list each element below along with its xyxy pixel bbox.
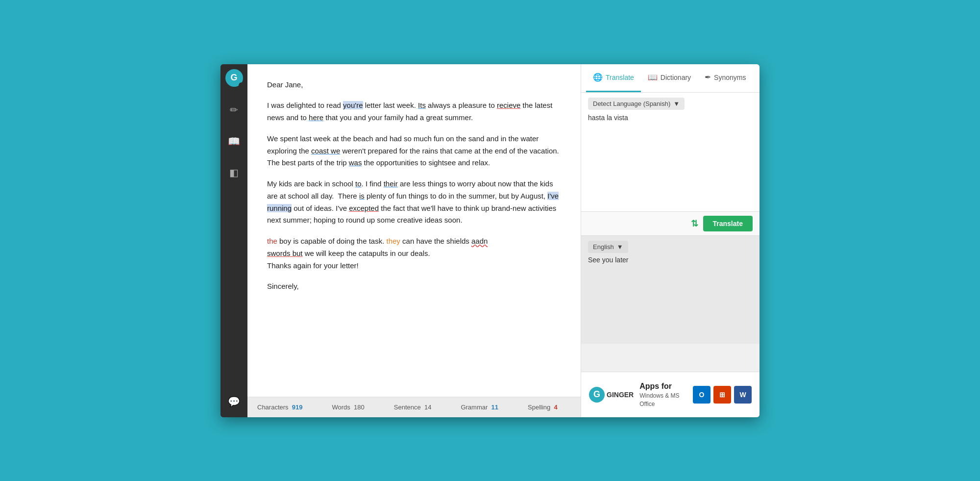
paragraph-1: Dear Jane,: [267, 79, 561, 91]
word-aadn[interactable]: aadn: [471, 237, 488, 245]
word-swords-but[interactable]: swords but: [267, 249, 303, 257]
text-dear-jane: Dear Jane,: [267, 80, 303, 89]
grammar-stat: Grammar 11: [461, 404, 498, 411]
promo-text: Apps for Windows & MS Office: [639, 381, 687, 408]
word-the-red[interactable]: the: [267, 237, 277, 245]
tab-synonyms[interactable]: ✒ Synonyms: [698, 64, 753, 92]
word-was[interactable]: was: [349, 158, 362, 167]
word-they[interactable]: they: [387, 237, 400, 245]
paragraph-3: We spent last week at the beach and had …: [267, 133, 561, 169]
spelling-stat: Spelling 4: [528, 404, 558, 411]
chevron-down-icon: ▼: [673, 100, 680, 107]
sidebar: Ginger Software G ✏ 📖 ◧ 💬: [220, 64, 247, 417]
translate-button[interactable]: Translate: [703, 216, 753, 231]
pen-icon: ✒: [705, 73, 711, 82]
word-to[interactable]: to: [355, 179, 362, 188]
output-language-dropdown[interactable]: English ▼: [588, 241, 628, 253]
word-its[interactable]: Its: [418, 101, 426, 109]
word-recieve[interactable]: recieve: [497, 101, 520, 109]
word-their[interactable]: their: [384, 179, 398, 188]
word-here[interactable]: here: [309, 113, 323, 122]
text-sincerely: Sincerely,: [267, 282, 299, 290]
paragraph-6: Sincerely,: [267, 280, 561, 293]
translate-actions: ⇅ Translate: [581, 212, 760, 236]
editor-content[interactable]: Dear Jane, I was delighted to read you'r…: [247, 64, 581, 397]
tab-translate[interactable]: 🌐 Translate: [586, 64, 641, 92]
tab-dictionary[interactable]: 📖 Dictionary: [641, 64, 698, 92]
word-coast-we[interactable]: coast we: [311, 147, 340, 155]
promo-banner: G GINGER Apps for Windows & MS Office O …: [581, 372, 760, 417]
paragraph-4: My kids are back in school to. I find th…: [267, 178, 561, 227]
ginger-logo: G GINGER: [589, 387, 634, 403]
words-stat: Words 180: [332, 404, 365, 411]
characters-stat: Characters 919: [257, 404, 303, 411]
detect-language-dropdown[interactable]: Detect Language (Spanish) ▼: [588, 98, 685, 110]
feedback-icon[interactable]: 💬: [225, 393, 243, 410]
word-ive-running[interactable]: I've running: [267, 192, 559, 212]
tab-bar: 🌐 Translate 📖 Dictionary ✒ Synonyms: [581, 64, 760, 93]
right-panel: 🌐 Translate 📖 Dictionary ✒ Synonyms Dete…: [581, 64, 760, 417]
translate-output-textarea[interactable]: See you later: [581, 256, 760, 342]
outlook-icon[interactable]: O: [693, 386, 710, 404]
app-icons: O ⊞ W: [693, 386, 752, 404]
dictionary-icon[interactable]: 📖: [225, 133, 243, 150]
word-icon[interactable]: W: [734, 386, 752, 404]
chevron-down-icon-output: ▼: [617, 243, 623, 251]
paragraph-2: I was delighted to read you're letter la…: [267, 100, 561, 124]
status-bar: Characters 919 Words 180 Sentence 14 Gra…: [247, 397, 581, 417]
word-is[interactable]: is: [359, 192, 365, 200]
translate-output-area: English ▼ See you later: [581, 236, 760, 344]
editor-section: Dear Jane, I was delighted to read you'r…: [247, 64, 581, 417]
ginger-g-icon: G: [589, 387, 605, 403]
book-tab-icon: 📖: [648, 73, 658, 82]
globe-icon: 🌐: [593, 73, 603, 82]
edit-icon[interactable]: ✏: [227, 101, 241, 118]
sentence-stat: Sentence 14: [394, 404, 432, 411]
brand-name: GINGER: [607, 391, 634, 399]
app-logo[interactable]: Ginger Software G: [225, 69, 243, 87]
app-container: Ginger Software G ✏ 📖 ◧ 💬 Dear Jane, I w…: [220, 64, 760, 417]
translate-input-textarea[interactable]: hasta la vista: [588, 114, 753, 204]
paragraph-5: the boy is capable of doing the task. th…: [267, 235, 561, 272]
word-excepted[interactable]: excepted: [349, 204, 379, 212]
swap-arrows-icon: ⇅: [691, 218, 698, 229]
translate-input-area: Detect Language (Spanish) ▼ hasta la vis…: [581, 93, 760, 212]
word-youre[interactable]: you're: [343, 101, 363, 109]
office-icon[interactable]: ⊞: [713, 386, 731, 404]
book-icon[interactable]: ◧: [227, 164, 241, 181]
